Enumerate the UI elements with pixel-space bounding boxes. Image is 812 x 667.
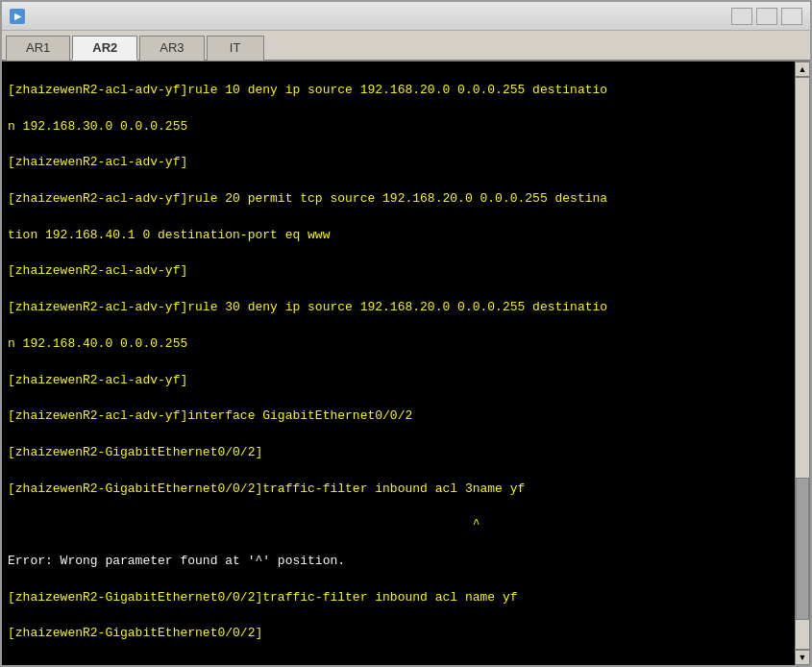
tabs-bar: AR1 AR2 AR3 IT: [2, 31, 810, 62]
window-controls: [731, 8, 802, 25]
main-window: ▶ AR1 AR2 AR3 IT Enter system view, retu…: [0, 0, 812, 667]
close-button[interactable]: [781, 8, 802, 25]
minimize-button[interactable]: [731, 8, 752, 25]
scroll-thumb[interactable]: [796, 478, 809, 621]
scroll-up-button[interactable]: ▲: [795, 62, 810, 77]
scrollbar[interactable]: ▲ ▼: [795, 62, 810, 665]
title-bar: ▶: [2, 2, 810, 31]
tab-ar2[interactable]: AR2: [72, 36, 137, 61]
terminal-content[interactable]: Enter system view, return user view with…: [2, 62, 795, 665]
tab-it[interactable]: IT: [207, 36, 264, 61]
tab-ar1[interactable]: AR1: [6, 36, 70, 61]
restore-button[interactable]: [756, 8, 777, 25]
scroll-track[interactable]: [795, 77, 810, 650]
window-icon: ▶: [10, 9, 25, 24]
terminal-container: Enter system view, return user view with…: [2, 62, 810, 665]
tab-ar3[interactable]: AR3: [139, 36, 204, 61]
scroll-down-button[interactable]: ▼: [795, 650, 810, 665]
